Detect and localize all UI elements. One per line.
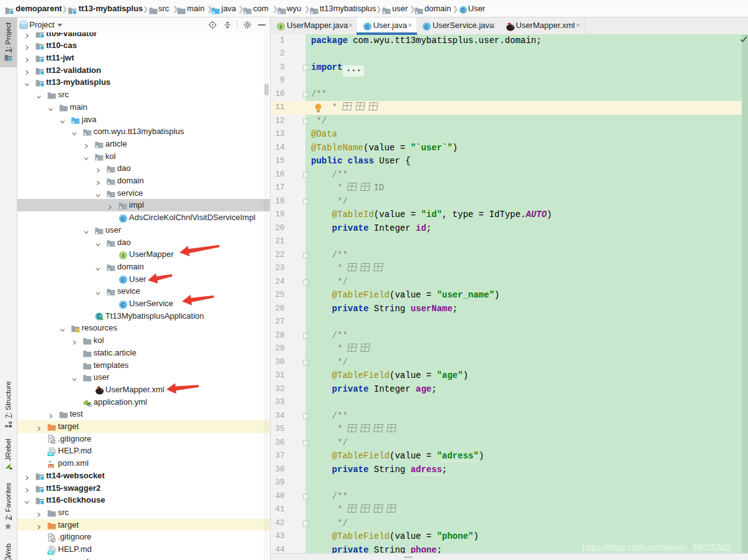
- svg-text:I: I: [280, 23, 282, 30]
- svg-text:C: C: [461, 7, 466, 13]
- svg-text:C: C: [121, 276, 125, 283]
- svg-text:I: I: [122, 252, 124, 259]
- svg-text:C: C: [121, 301, 125, 308]
- svg-text:m: m: [48, 461, 54, 469]
- svg-text:MD: MD: [48, 551, 53, 554]
- svg-text:C: C: [97, 313, 101, 320]
- svg-text:C: C: [424, 23, 429, 30]
- svg-text:C: C: [365, 23, 370, 30]
- svg-text:C: C: [121, 215, 125, 222]
- svg-text:MD: MD: [48, 452, 53, 456]
